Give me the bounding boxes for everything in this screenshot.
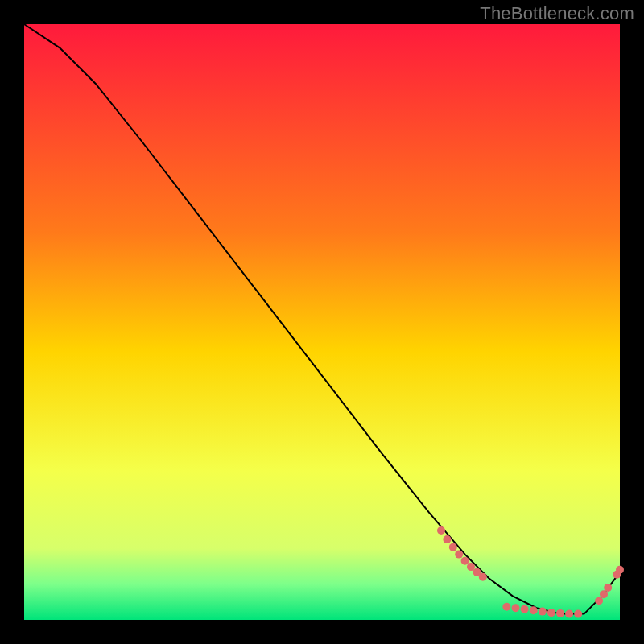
data-point <box>604 584 612 592</box>
bottleneck-chart <box>0 0 644 644</box>
data-point <box>437 526 445 535</box>
data-point <box>574 610 582 618</box>
data-point <box>461 557 469 565</box>
watermark-text: TheBottleneck.com <box>480 3 634 24</box>
data-point <box>512 604 520 612</box>
data-point <box>565 610 573 618</box>
data-point <box>521 605 529 613</box>
data-point <box>449 543 457 551</box>
data-point <box>556 609 564 617</box>
data-point <box>455 551 463 559</box>
data-point <box>467 563 475 571</box>
gradient-background <box>24 24 620 620</box>
data-point <box>595 597 603 605</box>
data-point <box>479 573 487 581</box>
data-point <box>539 608 547 616</box>
data-point <box>547 609 555 617</box>
data-point <box>443 535 451 543</box>
data-point <box>502 603 510 611</box>
data-point <box>530 606 538 614</box>
data-point <box>616 566 624 574</box>
